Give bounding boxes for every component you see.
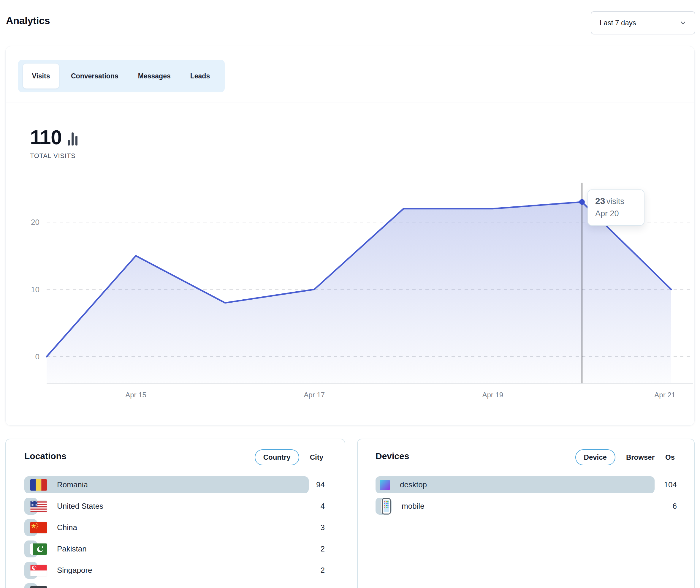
tooltip-value: 23 <box>595 196 605 206</box>
analytics-card: VisitsConversationsMessagesLeads 110 TOT… <box>5 46 695 426</box>
devices-toggle-browser[interactable]: Browser <box>626 453 655 462</box>
device-row: mobile6 <box>376 498 677 515</box>
device-row-label: desktop <box>400 480 427 489</box>
devices-card: Devices DeviceBrowserOs desktop104mobile… <box>357 439 695 588</box>
visits-chart: 01020Apr 15Apr 17Apr 19Apr 21 23 visits … <box>6 178 695 404</box>
location-row: Pakistan2 <box>24 541 325 557</box>
ro-flag-icon <box>30 479 47 491</box>
date-range-select[interactable]: Last 7 days <box>591 11 695 34</box>
location-row-value: 2 <box>321 566 325 575</box>
svg-text:0: 0 <box>35 352 39 361</box>
svg-text:Apr 15: Apr 15 <box>125 391 146 399</box>
divider <box>6 102 694 102</box>
svg-text:10: 10 <box>31 285 39 294</box>
chart-tooltip: 23 visits Apr 20 <box>587 189 644 226</box>
locations-toggle-city[interactable]: City <box>310 453 323 462</box>
location-row-value: 2 <box>321 544 325 554</box>
location-row-value: 94 <box>316 480 325 489</box>
location-row: China3 <box>24 519 325 536</box>
stat-label: TOTAL VISITS <box>30 152 79 160</box>
devices-toggle-device[interactable]: Device <box>575 449 615 465</box>
devices-list: desktop104mobile6 <box>376 476 677 519</box>
device-row-label: mobile <box>402 502 425 511</box>
tab-leads[interactable]: Leads <box>183 64 218 88</box>
dark-flag-icon <box>30 586 47 588</box>
pk-flag-icon <box>30 543 47 555</box>
svg-text:Apr 19: Apr 19 <box>482 391 503 399</box>
svg-text:Apr 21: Apr 21 <box>654 391 675 399</box>
device-row: desktop104 <box>376 476 677 493</box>
devices-toggle-group: DeviceBrowserOs <box>575 449 675 465</box>
svg-text:20: 20 <box>31 218 39 226</box>
location-row-label: Singapore <box>57 566 92 575</box>
chevron-down-icon <box>679 18 688 27</box>
mobile-icon <box>380 498 392 515</box>
stat-value: 110 <box>30 127 62 147</box>
tab-bar: VisitsConversationsMessagesLeads <box>18 60 225 92</box>
tab-messages[interactable]: Messages <box>130 64 178 88</box>
location-row-partial <box>24 583 325 588</box>
date-range-value: Last 7 days <box>600 19 679 27</box>
locations-list: Romania94United States4China3Pakistan2Si… <box>24 476 325 588</box>
cn-flag-icon <box>30 522 47 533</box>
bar-chart-icon <box>67 131 79 146</box>
location-row-label: Romania <box>57 480 88 489</box>
tab-visits[interactable]: Visits <box>23 64 59 88</box>
us-flag-icon <box>30 501 47 512</box>
tooltip-unit: visits <box>606 197 624 206</box>
locations-card: Locations CountryCity Romania94United St… <box>5 439 345 588</box>
location-row-label: Pakistan <box>57 544 87 554</box>
tab-conversations[interactable]: Conversations <box>63 64 126 88</box>
desktop-icon <box>380 480 390 490</box>
locations-toggle-group: CountryCity <box>255 449 323 465</box>
location-row: United States4 <box>24 498 325 515</box>
device-row-value: 6 <box>673 502 677 511</box>
location-row-value: 4 <box>321 502 325 511</box>
device-row-value: 104 <box>664 480 677 489</box>
location-row: Romania94 <box>24 476 325 493</box>
tooltip-date: Apr 20 <box>595 209 637 218</box>
sg-flag-icon <box>30 565 47 576</box>
page-title: Analytics <box>6 15 50 26</box>
devices-title: Devices <box>376 451 409 461</box>
locations-title: Locations <box>24 451 66 461</box>
total-visits-stat: 110 TOTAL VISITS <box>30 127 79 160</box>
locations-toggle-country[interactable]: Country <box>255 449 299 465</box>
devices-toggle-os[interactable]: Os <box>665 453 675 462</box>
location-row-value: 3 <box>321 523 325 532</box>
location-row: Singapore2 <box>24 562 325 579</box>
svg-text:Apr 17: Apr 17 <box>304 391 325 399</box>
location-row-label: China <box>57 523 77 532</box>
location-row-label: United States <box>57 502 103 511</box>
